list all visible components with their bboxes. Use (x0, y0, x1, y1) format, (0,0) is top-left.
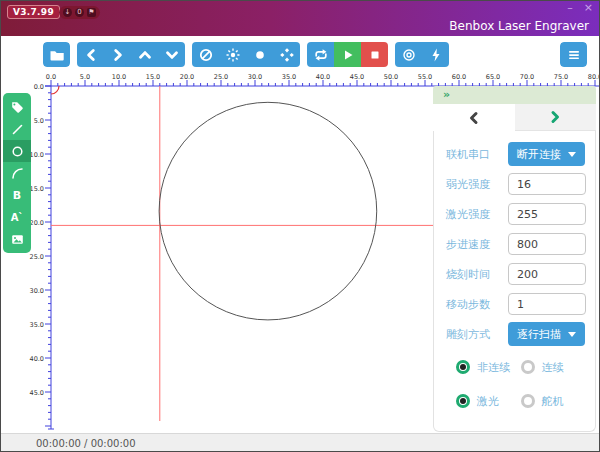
serial-connect-dropdown[interactable]: 断开连接 (508, 142, 585, 166)
svg-text:0.0: 0.0 (34, 83, 44, 91)
sidebar-item-bold[interactable]: B (3, 184, 31, 206)
laser-off-button[interactable] (192, 42, 219, 67)
bolt-icon (428, 47, 444, 63)
radio-laser[interactable]: 激光 (456, 394, 521, 409)
svg-text:75.0: 75.0 (554, 73, 568, 81)
close-button[interactable]: × (584, 1, 593, 15)
sidebar-item-arc[interactable] (3, 162, 31, 184)
svg-text:45.0: 45.0 (30, 389, 44, 397)
move-right-button[interactable] (104, 42, 131, 67)
bolt-button[interactable] (422, 42, 449, 67)
record-button[interactable] (395, 42, 422, 67)
tag-icon (11, 101, 24, 114)
menu-icon (566, 47, 582, 63)
chevron-up-icon (137, 47, 153, 63)
weak-light-button[interactable] (219, 42, 246, 67)
play-button[interactable] (334, 42, 361, 67)
stop-icon (367, 47, 383, 63)
svg-text:5.0: 5.0 (34, 117, 44, 125)
strong-light-button[interactable] (246, 42, 273, 67)
loop-button[interactable] (307, 42, 334, 67)
field-label: 激光强度 (446, 207, 508, 222)
field-serial-port: 联机串口 断开连接 (446, 139, 585, 169)
elapsed-time: 00:00:00 / 00:00:00 (36, 438, 136, 449)
svg-text:10.0: 10.0 (112, 73, 126, 81)
burn-time-input[interactable] (508, 263, 586, 285)
download-icon[interactable]: ↓ (63, 8, 72, 17)
sidebar-item-tag[interactable] (3, 96, 31, 118)
field-label: 移动步数 (446, 297, 508, 312)
open-file-button[interactable] (43, 42, 70, 67)
diamond-icon (279, 47, 295, 63)
zero-badge-icon[interactable]: 0 (75, 8, 84, 17)
field-label: 弱光强度 (446, 177, 508, 192)
collapse-panel-icon[interactable]: » (443, 90, 450, 100)
title-badge-pill: ↓ 0 ⚑ (59, 6, 100, 19)
center-button[interactable] (273, 42, 300, 67)
move-up-button[interactable] (131, 42, 158, 67)
sidebar-item-circle[interactable] (3, 140, 31, 162)
bold-icon: B (13, 189, 21, 202)
radio-unselected-icon (521, 360, 535, 374)
weak-light-icon (225, 47, 241, 63)
tab-next[interactable] (515, 104, 597, 131)
svg-text:45.0: 45.0 (350, 73, 364, 81)
move-steps-input[interactable] (508, 293, 586, 315)
tab-chevron-right-icon (548, 110, 562, 124)
minimize-button[interactable]: – (567, 1, 573, 15)
app-title: Benbox Laser Engraver (449, 19, 589, 33)
app-window: V3.7.99 ↓ 0 ⚑ – × Benbox Laser Engraver (0, 0, 600, 452)
line-icon (11, 123, 24, 136)
svg-text:35.0: 35.0 (30, 321, 44, 329)
radio-servo[interactable]: 舵机 (521, 394, 586, 409)
svg-text:40.0: 40.0 (30, 355, 44, 363)
folder-icon (49, 47, 65, 63)
radio-noncontinuous[interactable]: 非连续 (456, 360, 521, 375)
tab-chevron-left-icon (467, 111, 481, 125)
svg-text:30.0: 30.0 (30, 287, 44, 295)
radio-continuous[interactable]: 连续 (521, 360, 586, 375)
svg-text:15.0: 15.0 (30, 185, 44, 193)
svg-text:50.0: 50.0 (384, 73, 398, 81)
step-speed-input[interactable] (508, 233, 586, 255)
svg-text:20.0: 20.0 (180, 73, 194, 81)
loop-icon (313, 47, 329, 63)
panel-tabs (433, 104, 596, 131)
move-down-button[interactable] (158, 42, 185, 67)
svg-text:70.0: 70.0 (520, 73, 534, 81)
field-label: 联机串口 (446, 147, 508, 162)
radio-unselected-icon (521, 394, 535, 408)
field-step-speed: 步进速度 (446, 229, 585, 259)
menu-button[interactable] (560, 42, 587, 67)
canvas-workspace[interactable]: 0.05.010.015.020.025.030.035.040.045.050… (1, 73, 599, 433)
sidebar-item-line[interactable] (3, 118, 31, 140)
panel-body: 联机串口 断开连接 弱光强度 激光强度 步进速度 (433, 131, 596, 432)
radio-selected-icon (456, 360, 470, 374)
svg-text:60.0: 60.0 (452, 73, 466, 81)
laser-power-input[interactable] (508, 203, 586, 225)
field-label: 步进速度 (446, 237, 508, 252)
svg-text:15.0: 15.0 (146, 73, 160, 81)
strong-light-icon (252, 47, 268, 63)
sidebar-item-image[interactable] (3, 228, 31, 250)
chevron-left-icon (83, 47, 99, 63)
radio-selected-icon (456, 394, 470, 408)
settings-panel: » 联机串口 断开连接 弱光强度 (433, 86, 596, 432)
svg-text:20.0: 20.0 (30, 219, 44, 227)
flag-icon[interactable]: ⚑ (87, 8, 96, 17)
engrave-mode-dropdown[interactable]: 逐行扫描 (508, 322, 585, 346)
stop-button[interactable] (361, 42, 388, 67)
move-left-button[interactable] (77, 42, 104, 67)
record-icon (401, 47, 417, 63)
weak-light-input[interactable] (508, 173, 586, 195)
ban-icon (198, 47, 214, 63)
chevron-right-icon (110, 47, 126, 63)
main-toolbar (1, 36, 599, 73)
sidebar-item-text[interactable]: A` (3, 206, 31, 228)
continuity-radio-group: 非连续 连续 (446, 351, 585, 383)
svg-text:55.0: 55.0 (418, 73, 432, 81)
svg-text:80.0: 80.0 (588, 73, 599, 81)
field-laser-power: 激光强度 (446, 199, 585, 229)
svg-text:30.0: 30.0 (248, 73, 262, 81)
tab-prev[interactable] (433, 104, 515, 131)
